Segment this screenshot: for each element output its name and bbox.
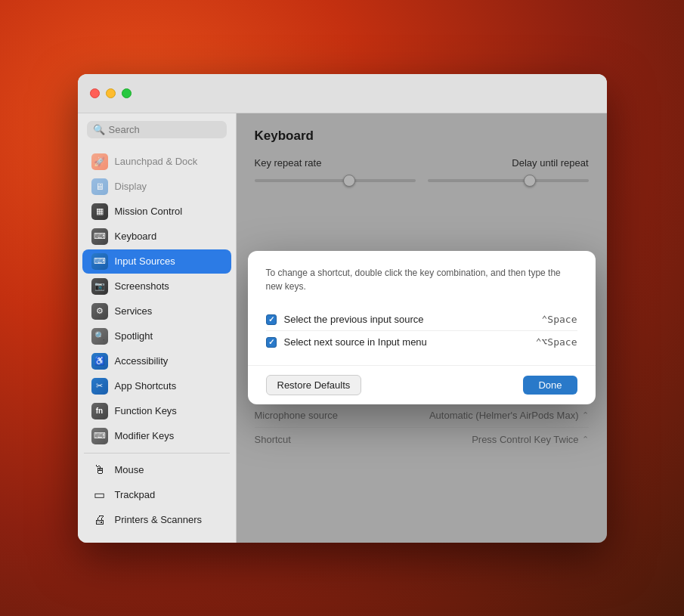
sidebar-item-launchpad-label: Launchpad & Dock [115,156,198,167]
screenshots-icon: 📷 [91,278,108,295]
window-content: 🔍 🚀 Launchpad & Dock 🖥 Display [78,113,607,543]
modal-body: To change a shortcut, double click the k… [248,251,596,365]
sidebar-item-spotlight-label: Spotlight [115,330,153,342]
sidebar-item-modifier-keys-label: Modifier Keys [115,430,175,441]
function-keys-icon: fn [91,403,108,419]
sidebar-item-keyboard-label: Keyboard [115,231,157,242]
shortcuts-modal: To change a shortcut, double click the k… [248,251,596,404]
trackpad-icon: ▭ [91,487,108,503]
shortcut-row-next: Select next source in Input menu ⌃⌥Space [266,331,577,353]
launchpad-icon: 🚀 [91,153,108,170]
sidebar-item-app-shortcuts-label: App Shortcuts [115,380,177,392]
sidebar: 🔍 🚀 Launchpad & Dock 🖥 Display [78,113,237,543]
sidebar-item-screenshots-label: Screenshots [115,280,169,292]
prev-input-keys: ⌃Space [542,314,577,325]
next-input-checkbox[interactable] [266,337,277,348]
sidebar-item-spotlight[interactable]: 🔍 Spotlight [82,324,231,348]
mouse-icon: 🖱 [91,462,108,478]
sidebar-item-printers[interactable]: 🖨 Printers & Scanners [82,508,231,532]
sidebar-item-input-sources-label: Input Sources [115,255,175,267]
sidebar-item-keyboard[interactable]: ⌨ Keyboard [82,224,231,249]
done-button[interactable]: Done [523,376,577,395]
spotlight-icon: 🔍 [91,328,108,345]
input-sources-icon: ⌨ [91,253,108,270]
sidebar-item-launchpad[interactable]: 🚀 Launchpad & Dock [82,150,231,174]
mission-control-icon: ▦ [91,203,108,220]
accessibility-icon: ♿ [91,353,108,370]
search-input[interactable] [109,124,221,135]
search-icon: 🔍 [93,124,105,135]
sidebar-item-services-label: Services [115,305,153,317]
modal-footer: Restore Defaults Done [248,365,596,404]
maximize-button[interactable] [122,88,132,98]
close-button[interactable] [90,88,100,98]
sidebar-item-function-keys-label: Function Keys [115,405,177,416]
restore-defaults-button[interactable]: Restore Defaults [266,375,362,395]
sidebar-item-mission-label: Mission Control [115,206,183,217]
printers-icon: 🖨 [91,512,108,528]
main-content: Keyboard Key repeat rate Delay until rep… [237,113,607,543]
sidebar-item-modifier-keys[interactable]: ⌨ Modifier Keys [82,424,231,448]
traffic-lights [90,88,132,98]
shortcut-row-prev: Select the previous input source ⌃Space [266,308,577,331]
sidebar-items: 🚀 Launchpad & Dock 🖥 Display ▦ Mi [78,146,236,536]
search-box[interactable]: 🔍 [87,121,227,138]
next-input-keys: ⌃⌥Space [536,336,577,348]
services-icon: ⚙ [91,303,108,320]
next-input-label: Select next source in Input menu [284,336,528,348]
keyboard-icon: ⌨ [91,228,108,245]
sidebar-item-mission[interactable]: ▦ Mission Control [82,200,231,224]
system-preferences-window: 🔍 🚀 Launchpad & Dock 🖥 Display [78,74,607,543]
sidebar-item-screenshots[interactable]: 📷 Screenshots [82,274,231,299]
sidebar-item-input-sources[interactable]: ⌨ Input Sources [82,249,231,274]
sidebar-item-mouse[interactable]: 🖱 Mouse [82,458,231,482]
display-icon: 🖥 [91,178,108,195]
minimize-button[interactable] [106,88,116,98]
prev-input-checkbox[interactable] [266,314,277,325]
sidebar-item-accessibility-label: Accessibility [115,355,169,367]
modal-hint-text: To change a shortcut, double click the k… [266,266,577,293]
prev-input-label: Select the previous input source [284,314,534,325]
app-shortcuts-icon: ✂ [91,378,108,395]
titlebar [78,74,607,113]
sidebar-item-display[interactable]: 🖥 Display [82,175,231,199]
sidebar-item-trackpad-label: Trackpad [115,489,156,500]
sidebar-item-function-keys[interactable]: fn Function Keys [82,399,231,423]
sidebar-item-accessibility[interactable]: ♿ Accessibility [82,349,231,373]
sidebar-item-display-label: Display [115,181,147,192]
modal-overlay: To change a shortcut, double click the k… [237,113,607,543]
sidebar-item-printers-label: Printers & Scanners [115,514,203,525]
sidebar-item-trackpad[interactable]: ▭ Trackpad [82,483,231,507]
sidebar-item-mouse-label: Mouse [115,464,144,475]
sidebar-item-services[interactable]: ⚙ Services [82,299,231,323]
modifier-keys-icon: ⌨ [91,428,108,444]
sidebar-item-app-shortcuts[interactable]: ✂ App Shortcuts [82,374,231,398]
